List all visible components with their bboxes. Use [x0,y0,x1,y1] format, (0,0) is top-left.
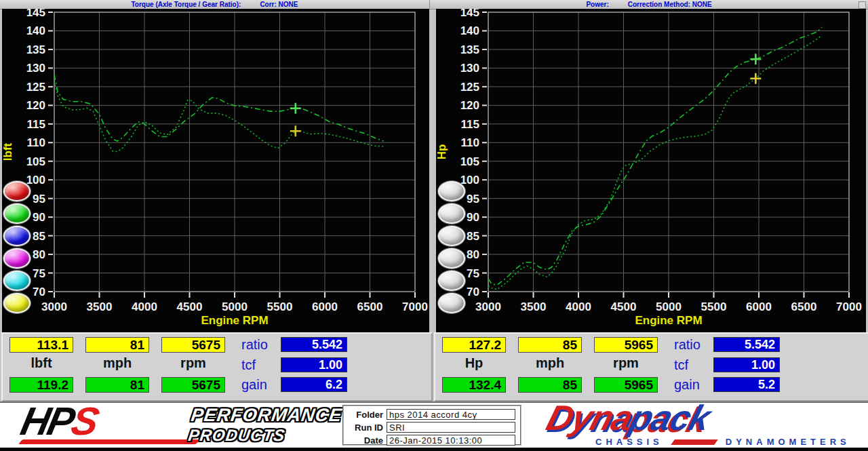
curve-select-button-yellow[interactable] [3,293,31,313]
run-id-input[interactable]: SRI [387,422,515,433]
y-tick-label: 95 [467,193,479,205]
curve-select-button-gray-5[interactable] [438,271,465,291]
mph-unit-label: mph [85,355,149,371]
hps-logo-swoosh [18,439,200,444]
torque-panel-title: Torque (Axle Torque / Gear Ratio): [132,1,241,8]
gain-label: gain [674,377,700,393]
y-tick-label: 75 [467,267,479,280]
power-readout-panel: 127.2 85 5965 Hp mph rpm 132.4 85 5965 r… [434,332,868,401]
rpm-unit-label: rpm [161,355,225,371]
curve-select-button-gray-6[interactable] [438,293,465,313]
current-torque-value: 119.2 [9,377,73,393]
x-tick-label: 5000 [222,300,248,313]
y-tick-label: 80 [467,248,479,261]
x-tick-label: 7000 [402,300,428,313]
mph-unit-label: mph [518,355,582,371]
y-tick-label: 90 [33,211,45,224]
torque-chart-panel: 7075808590951001051101151201251301351401… [2,9,429,332]
baseline-rpm-value: 5675 [161,337,225,353]
x-tick-label: 6000 [312,300,338,313]
ratio-label: ratio [674,337,701,353]
folder-input[interactable]: hps 2014 accord 4cy [387,409,515,420]
y-tick-label: 135 [460,43,479,56]
curve-select-button-gray-3[interactable] [438,226,465,246]
curve-select-button-gray-1[interactable] [438,181,465,201]
dynapack-logo-text: Dynapack [542,397,715,438]
baseline-mph-value: 85 [518,337,582,353]
current-rpm-value: 5675 [161,377,225,393]
current-mph-value: 85 [518,377,582,393]
gain-value: 5.2 [713,377,780,392]
baseline-mph-value: 81 [85,337,149,353]
y-tick-label: 95 [33,193,45,205]
footer-bar: HPS PERFORMANCE PRODUCTS Folder hps 2014… [0,401,868,448]
y-tick-label: 120 [460,99,479,112]
rpm-unit-label: rpm [594,355,658,371]
cursor-marker-baseline-run[interactable] [750,73,761,84]
cursor-marker-current-run[interactable] [750,54,761,64]
x-axis-label: Engine RPM [635,314,702,327]
curve-select-button-cyan[interactable] [3,271,31,291]
torque-readout-panel: 113.1 81 5675 lbft mph rpm 119.2 81 5675… [1,332,433,401]
x-tick-label: 7000 [836,300,862,313]
power-chart-panel: 7075808590951001051101151201251301351401… [436,9,866,332]
torque-unit-label: lbft [9,355,73,371]
power-panel-title: Power: [586,1,608,8]
series-current-run [54,75,384,141]
y-tick-label: 145 [460,9,479,19]
series-current-run [488,27,822,285]
date-label: Date [344,435,387,446]
series-baseline-run [488,35,822,290]
curve-select-button-gray-2[interactable] [438,203,465,224]
x-tick-label: 5500 [267,300,293,313]
dynapack-tagline: CHASSIS DYNAMOMETERS [595,437,850,447]
torque-chart: 7075808590951001051101151201251301351401… [2,9,429,332]
y-tick-label: 125 [26,81,45,94]
y-tick-label: 115 [27,118,45,131]
x-tick-label: 3500 [87,300,113,313]
tcf-label: tcf [674,357,688,373]
curve-select-button-magenta[interactable] [3,248,31,269]
y-tick-label: 75 [33,267,45,280]
power-panel-titlebar: Power: Correction Method: NONE [430,0,868,9]
baseline-rpm-value: 5965 [594,337,658,353]
x-tick-label: 4000 [132,300,157,313]
y-tick-label: 145 [26,9,45,19]
run-info-form: Folder hps 2014 accord 4cy Run ID SRI Da… [342,405,521,446]
titlebar-handle[interactable] [859,1,866,9]
x-tick-label: 4500 [611,300,637,313]
y-tick-label: 110 [461,136,479,149]
curve-select-button-green[interactable] [3,203,31,224]
y-tick-label: 115 [461,118,479,131]
hps-logo: HPS PERFORMANCE PRODUCTS [19,404,338,446]
baseline-torque-value: 113.1 [9,337,73,353]
curve-select-button-red[interactable] [3,181,31,201]
y-tick-label: 125 [460,81,479,94]
power-unit-label: Hp [442,355,506,371]
torque-correction-status: Corr: NONE [260,1,298,8]
dynapack-logo: Dynapack CHASSIS DYNAMOMETERS [542,403,858,448]
gain-value: 6.2 [281,377,347,392]
folder-label: Folder [344,410,387,420]
date-input[interactable]: 26-Jan-2015 10:13:00 [387,435,515,446]
curve-select-button-blue[interactable] [3,226,31,246]
cursor-marker-current-run[interactable] [290,103,301,114]
x-axis-label: Engine RPM [201,314,268,327]
ratio-value: 5.542 [713,337,780,352]
y-tick-label: 80 [33,248,45,261]
hps-tagline: PERFORMANCE PRODUCTS [187,406,343,444]
y-tick-label: 100 [26,174,45,187]
tcf-label: tcf [241,357,256,373]
curve-select-button-gray-4[interactable] [438,248,465,269]
x-tick-label: 6000 [746,300,772,313]
current-rpm-value: 5965 [594,377,658,393]
ratio-label: ratio [241,337,268,353]
y-tick-label: 120 [26,99,45,112]
power-chart: 7075808590951001051101151201251301351401… [436,9,866,332]
y-tick-label: 140 [460,24,479,37]
y-tick-label: 105 [460,155,479,168]
y-tick-label: 130 [460,62,479,75]
dynapack-swoosh [671,439,718,445]
x-tick-label: 3000 [475,300,501,313]
x-tick-label: 4500 [177,300,203,313]
